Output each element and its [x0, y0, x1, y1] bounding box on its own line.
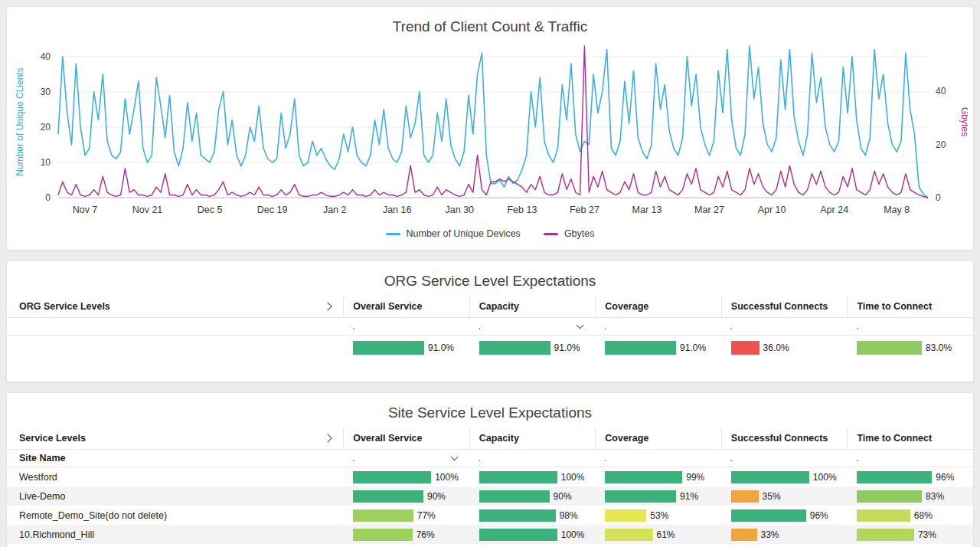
sle-bar: [353, 490, 423, 503]
column-header-overall-service[interactable]: Overall Service: [343, 296, 469, 317]
svg-text:Mar 13: Mar 13: [632, 205, 662, 215]
column-header-time-to-connect[interactable]: Time to Connect: [847, 427, 973, 449]
org-filter-successful-connects[interactable]: .: [721, 318, 848, 335]
sle-bar: [479, 509, 556, 522]
svg-text:40: 40: [41, 51, 51, 62]
svg-text:Dec 5: Dec 5: [198, 205, 223, 215]
table-row[interactable]: Westford 100% 100% 99% 100% 96%: [7, 467, 973, 486]
org-row-name: [7, 344, 343, 352]
site-name-link[interactable]: Westford: [7, 468, 343, 486]
sle-value: 83%: [926, 491, 944, 502]
site-filter-time-to-connect[interactable]: .: [847, 450, 973, 467]
site-filter-successful-connects[interactable]: .: [721, 450, 848, 467]
sle-value: 100%: [813, 472, 837, 483]
sle-value: 91.0%: [554, 342, 580, 353]
svg-text:Apr 10: Apr 10: [758, 205, 786, 215]
site-table-header-row: Service Levels Overall Service Capacity …: [7, 427, 973, 450]
sle-bar: [857, 341, 922, 355]
sle-bar: [605, 509, 646, 522]
sle-value: 68%: [914, 510, 933, 521]
sle-value: 90%: [427, 491, 446, 502]
sle-bar: [479, 490, 550, 503]
svg-text:Dec 19: Dec 19: [257, 205, 288, 215]
column-header-time-to-connect[interactable]: Time to Connect: [847, 296, 973, 317]
sle-value: 83.0%: [926, 342, 952, 353]
site-name-link[interactable]: Remote_Demo_Site(do not delete): [7, 506, 343, 525]
column-header-successful-connects[interactable]: Successful Connects: [721, 427, 848, 449]
table-row[interactable]: Live-Demo 90% 90% 91% 35% 83%: [7, 486, 973, 506]
svg-text:Nov 7: Nov 7: [73, 205, 98, 215]
svg-text:Number of Unique CLients: Number of Unique CLients: [15, 67, 25, 175]
org-sle-title: ORG Service Level Expectations: [7, 273, 973, 290]
sle-bar: [353, 509, 413, 522]
site-name-column-header[interactable]: Service Levels: [7, 427, 343, 449]
sle-bar: [731, 341, 760, 355]
column-header-capacity[interactable]: Capacity: [469, 296, 596, 317]
sle-value: 73%: [918, 529, 936, 540]
org-filter-capacity[interactable]: .: [469, 318, 596, 335]
site-name-link[interactable]: 10.Richmond_Hill: [7, 526, 343, 544]
dashboard-page: Trend of Client Count & Traffic 01020304…: [0, 0, 980, 547]
org-filter-name-cell: [7, 323, 343, 329]
site-name-subheader: Site Name: [7, 450, 343, 467]
sle-bar: [605, 341, 676, 355]
site-filter-coverage[interactable]: .: [595, 450, 721, 467]
chevron-right-icon[interactable]: [324, 302, 332, 310]
table-row[interactable]: 10.Richmond_Hill 76% 100% 61% 33% 73%: [7, 525, 973, 544]
svg-text:Feb 27: Feb 27: [570, 205, 599, 215]
site-sle-card: Site Service Level Expectations Service …: [6, 392, 974, 547]
sle-value: 91%: [680, 491, 698, 502]
column-header-overall-service[interactable]: Overall Service: [343, 427, 469, 449]
column-header-coverage[interactable]: Coverage: [595, 427, 721, 449]
sle-bar: [731, 509, 806, 522]
sle-bar: [479, 529, 557, 541]
chevron-down-icon[interactable]: [577, 322, 584, 329]
chevron-down-icon[interactable]: [450, 454, 458, 461]
svg-text:May 8: May 8: [884, 205, 910, 215]
legend-label: Gbytes: [564, 228, 595, 239]
svg-text:Jan 30: Jan 30: [446, 205, 475, 215]
org-sle-data-row[interactable]: 91.0% 91.0% 91.0% 36.0% 83.0%: [7, 336, 973, 360]
org-sle-table: ORG Service Levels Overall Service Capac…: [7, 296, 973, 360]
site-sle-title: Site Service Level Expectations: [7, 405, 973, 421]
site-name-link[interactable]: Live-Demo: [7, 487, 343, 506]
sle-bar: [857, 471, 932, 483]
site-sle-table: Service Levels Overall Service Capacity …: [7, 427, 973, 544]
chart-title: Trend of Client Count & Traffic: [7, 18, 973, 35]
sle-bar: [731, 471, 809, 483]
org-sle-card: ORG Service Level Expectations ORG Servi…: [6, 260, 974, 382]
org-filter-coverage[interactable]: .: [595, 318, 721, 335]
sle-bar: [731, 529, 757, 541]
org-name-header-label: ORG Service Levels: [19, 301, 110, 312]
sle-value: 33%: [761, 529, 779, 540]
legend-item-unique-devices[interactable]: Number of Unique Devices: [386, 228, 521, 239]
svg-text:0: 0: [45, 192, 51, 203]
svg-text:40: 40: [936, 86, 946, 97]
site-filter-overall-service[interactable]: .: [343, 450, 469, 467]
column-header-coverage[interactable]: Coverage: [595, 296, 721, 317]
org-filter-overall-service[interactable]: .: [343, 318, 469, 335]
svg-text:20: 20: [41, 122, 51, 133]
chart-legend: Number of Unique Devices Gbytes: [7, 224, 973, 250]
org-filter-time-to-connect[interactable]: .: [847, 318, 973, 335]
svg-text:Nov 21: Nov 21: [132, 205, 163, 215]
org-table-header-row: ORG Service Levels Overall Service Capac…: [7, 296, 973, 318]
sle-value: 91.0%: [680, 342, 706, 353]
sle-value: 99%: [686, 472, 704, 483]
sle-bar: [605, 471, 682, 483]
sle-value: 91.0%: [428, 342, 454, 353]
svg-text:Gbytes: Gbytes: [959, 107, 968, 136]
org-name-column-header[interactable]: ORG Service Levels: [7, 296, 343, 317]
svg-text:Jan 16: Jan 16: [383, 205, 412, 215]
svg-text:10: 10: [41, 157, 51, 168]
trend-line-chart: 01020304002040Nov 7Nov 21Dec 5Dec 19Jan …: [12, 41, 968, 224]
table-row[interactable]: Remote_Demo_Site(do not delete) 77% 98% …: [7, 506, 973, 525]
site-filter-capacity[interactable]: .: [469, 450, 596, 467]
sle-value: 98%: [560, 510, 578, 521]
column-header-successful-connects[interactable]: Successful Connects: [721, 296, 848, 317]
svg-text:20: 20: [936, 139, 946, 150]
chart-area: 01020304002040Nov 7Nov 21Dec 5Dec 19Jan …: [7, 41, 973, 224]
legend-item-gbytes[interactable]: Gbytes: [544, 228, 595, 239]
chevron-right-icon[interactable]: [324, 434, 332, 442]
column-header-capacity[interactable]: Capacity: [469, 427, 596, 449]
